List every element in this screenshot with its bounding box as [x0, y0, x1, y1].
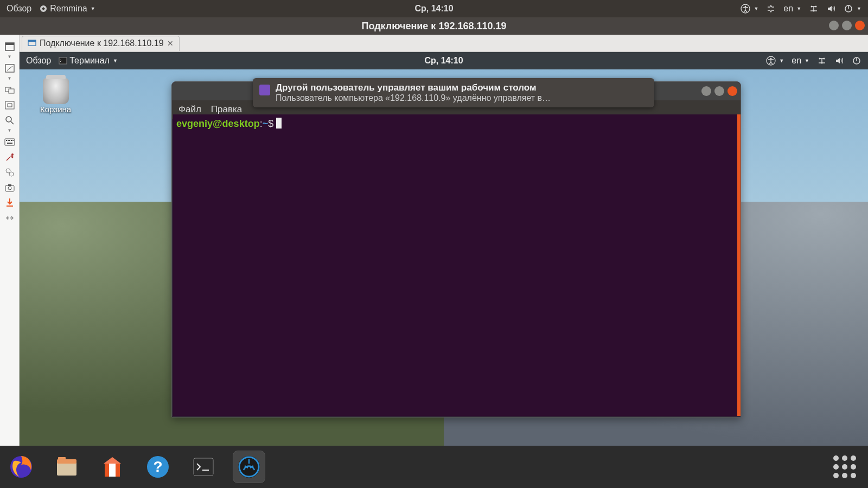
- toolbar-download-icon[interactable]: [2, 195, 18, 210]
- toolbar-keyboard-icon[interactable]: [2, 134, 18, 150]
- dock-firefox[interactable]: [5, 451, 37, 483]
- power-icon[interactable]: [852, 56, 861, 66]
- host-top-panel: Обзор Remmina ▼ Ср, 14:10 ▼ en ▼ ▼: [0, 0, 868, 17]
- svg-point-5: [813, 10, 815, 12]
- tweaks-icon[interactable]: [766, 4, 776, 14]
- remmina-menu-icon: [39, 4, 48, 13]
- prompt-user: evgeniy: [176, 118, 213, 129]
- remote-input-source-label: en: [792, 56, 801, 66]
- chevron-down-icon[interactable]: ▼: [8, 76, 12, 82]
- toolbar-disconnect-icon[interactable]: [2, 210, 18, 226]
- chevron-down-icon[interactable]: ▼: [8, 128, 12, 134]
- maximize-button[interactable]: [842, 21, 852, 30]
- prompt-path: ~: [263, 118, 269, 129]
- terminal-close-button[interactable]: [727, 86, 737, 96]
- svg-point-4: [815, 6, 817, 8]
- remmina-tab-bar: Подключение к 192.168.110.19 ✕: [20, 35, 868, 52]
- svg-rect-26: [8, 184, 11, 186]
- chevron-down-icon: ▼: [113, 58, 118, 63]
- toolbar-scale-icon[interactable]: [2, 61, 18, 76]
- dock-terminal[interactable]: [188, 451, 219, 483]
- notification-popup[interactable]: Другой пользователь управляет вашим рабо…: [253, 78, 654, 107]
- svg-point-31: [770, 58, 772, 60]
- menu-file[interactable]: Файл: [178, 104, 201, 115]
- network-icon[interactable]: [809, 4, 819, 14]
- connection-tab-label: Подключение к 192.168.110.19: [40, 38, 164, 48]
- close-button[interactable]: [855, 21, 865, 30]
- show-applications-button[interactable]: [833, 455, 856, 478]
- desktop-trash[interactable]: Корзина: [40, 78, 71, 114]
- menu-edit[interactable]: Правка: [211, 104, 242, 115]
- svg-rect-12: [5, 101, 14, 109]
- svg-rect-16: [8, 140, 9, 141]
- svg-rect-20: [7, 143, 12, 144]
- toolbar-fit-icon[interactable]: [2, 98, 18, 113]
- svg-point-34: [821, 62, 823, 64]
- clock-label[interactable]: Ср, 14:10: [414, 4, 453, 14]
- svg-point-32: [819, 58, 821, 60]
- svg-rect-15: [6, 140, 7, 141]
- svg-point-25: [8, 187, 11, 190]
- chevron-down-icon: ▼: [91, 6, 95, 11]
- accessibility-icon: [741, 4, 750, 14]
- minimize-button[interactable]: [829, 21, 839, 30]
- notification-body: Пользователь компьютера «192.168.110.9» …: [276, 93, 648, 103]
- terminal-menu-icon: [59, 57, 67, 65]
- svg-rect-18: [11, 140, 12, 141]
- chevron-down-icon[interactable]: ▼: [8, 54, 12, 61]
- remote-input-source-menu[interactable]: en ▼: [792, 56, 809, 66]
- svg-point-23: [9, 172, 14, 176]
- svg-point-22: [6, 169, 10, 173]
- remote-clock-label[interactable]: Ср, 14:10: [424, 56, 463, 66]
- trash-icon: [43, 78, 69, 104]
- toolbar-switch-icon[interactable]: [2, 82, 18, 98]
- notification-app-icon: [259, 85, 270, 95]
- vnc-icon: [28, 40, 36, 47]
- toolbar-fullscreen-icon[interactable]: [2, 39, 18, 54]
- svg-rect-19: [12, 140, 14, 141]
- activities-button[interactable]: Обзор: [7, 4, 31, 14]
- host-dock: ?: [0, 446, 868, 488]
- remote-activities-button[interactable]: Обзор: [26, 56, 51, 66]
- dock-files[interactable]: [51, 451, 82, 483]
- terminal-body[interactable]: evgeniy@desktop:~$: [173, 114, 739, 416]
- remote-desktop-viewport: Обзор Терминал ▼ Ср, 14:10 ▼ en ▼ Корзин…: [20, 52, 868, 446]
- remote-app-menu-label: Терминал: [69, 56, 110, 66]
- svg-point-3: [811, 6, 813, 8]
- terminal-window: Файл Правка evgeniy@desktop:~$: [171, 81, 741, 418]
- toolbar-search-icon[interactable]: [2, 113, 18, 128]
- terminal-cursor: [276, 118, 282, 129]
- prompt-host: desktop: [222, 118, 260, 129]
- accessibility-menu[interactable]: ▼: [741, 4, 758, 14]
- terminal-scrollbar[interactable]: [737, 114, 741, 416]
- svg-point-33: [824, 58, 825, 60]
- chevron-down-icon: ▼: [779, 58, 784, 63]
- remote-app-menu-button[interactable]: Терминал ▼: [59, 56, 118, 66]
- app-menu-label: Remmina: [50, 4, 87, 14]
- chevron-down-icon: ▼: [805, 58, 809, 63]
- terminal-maximize-button[interactable]: [714, 86, 724, 96]
- svg-rect-29: [59, 57, 67, 64]
- remote-accessibility-menu[interactable]: ▼: [766, 56, 784, 66]
- trash-label: Корзина: [40, 105, 71, 114]
- volume-icon[interactable]: [826, 4, 836, 14]
- svg-rect-39: [58, 457, 66, 460]
- svg-point-21: [11, 153, 14, 156]
- volume-icon[interactable]: [834, 56, 844, 66]
- svg-rect-11: [9, 89, 14, 93]
- network-icon[interactable]: [817, 56, 827, 66]
- tab-close-icon[interactable]: ✕: [167, 39, 174, 48]
- chevron-down-icon: ▼: [857, 6, 861, 11]
- power-menu[interactable]: ▼: [844, 4, 861, 14]
- toolbar-tools-icon[interactable]: [2, 150, 18, 165]
- dock-help[interactable]: ?: [142, 451, 174, 483]
- toolbar-preferences-icon[interactable]: [2, 165, 18, 180]
- app-menu-button[interactable]: Remmina ▼: [39, 4, 95, 14]
- input-source-menu[interactable]: en ▼: [783, 4, 801, 14]
- connection-tab[interactable]: Подключение к 192.168.110.19 ✕: [22, 36, 180, 51]
- terminal-minimize-button[interactable]: [701, 86, 711, 96]
- toolbar-screenshot-icon[interactable]: [2, 180, 18, 195]
- dock-software[interactable]: [97, 451, 128, 483]
- svg-rect-17: [9, 140, 10, 141]
- dock-remmina[interactable]: [233, 451, 265, 483]
